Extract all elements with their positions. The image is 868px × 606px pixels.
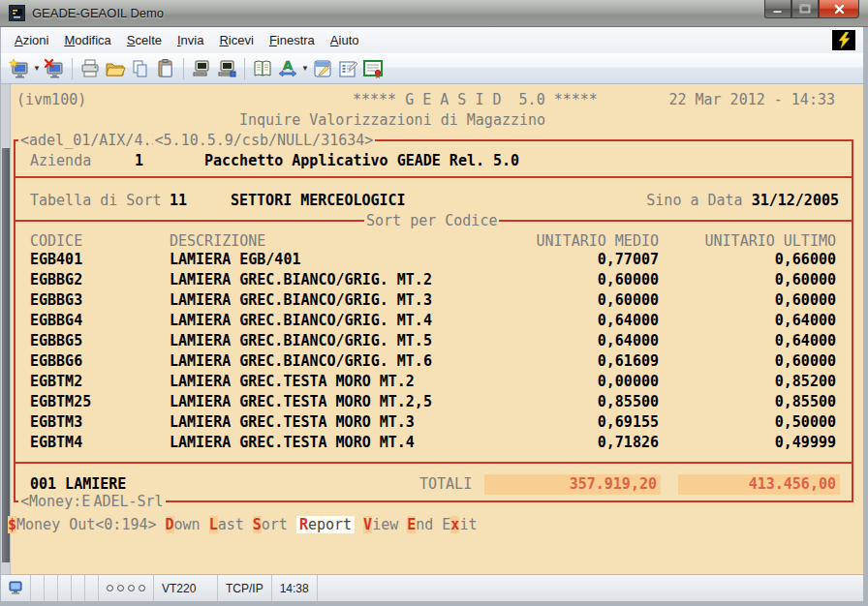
sort-value: 11	[170, 191, 187, 211]
title-bar[interactable]: GEADE-GEAOIL Demo	[0, 0, 868, 27]
app-icon	[9, 5, 25, 21]
frame-divider-line	[14, 176, 853, 178]
charset-dropdown[interactable]: ▼	[300, 56, 310, 81]
properties-button[interactable]	[335, 56, 360, 81]
status-empty-cell	[58, 575, 72, 601]
date-label: Sino a Data	[646, 192, 751, 209]
sort-name: SETTORI MERCEOLOGICI	[231, 191, 406, 211]
close-session-button[interactable]	[42, 56, 67, 81]
window-title: GEADE-GEAOIL Demo	[32, 6, 164, 20]
open-folder-icon	[105, 58, 126, 79]
status-bar: VT220 TCP/IP 14:38	[1, 574, 863, 601]
menu-scelte[interactable]: Scelte	[119, 29, 170, 51]
new-session-icon	[9, 58, 30, 79]
banner: ***** G E A S I D 5.0 *****	[353, 90, 598, 110]
minimize-button[interactable]	[764, 0, 791, 18]
charset-icon: A	[277, 58, 298, 79]
receive-screen-button[interactable]	[214, 56, 239, 81]
status-connection-cell	[1, 575, 31, 601]
paste-button[interactable]	[153, 56, 178, 81]
status-filler	[318, 575, 863, 601]
status-empty-cell	[85, 575, 99, 601]
maximize-button[interactable]	[791, 0, 819, 18]
package-name: Pacchetto Applicativo GEADE Rel. 5.0	[204, 151, 519, 171]
command-line: $Money Out<0:194>DownLastSortReportViewE…	[8, 515, 485, 535]
close-button[interactable]	[819, 0, 859, 18]
send-screen-button[interactable]	[189, 56, 214, 81]
maximize-icon	[799, 4, 811, 14]
status-leds-cell	[99, 575, 154, 601]
col-header-medio: UNITARIO MEDIO	[537, 231, 659, 252]
charset-button[interactable]: A	[275, 56, 300, 81]
menu-bar: Azioni Modifica Scelte Invia Ricevi Fine…	[1, 27, 863, 53]
sort-label: Tabella di Sort	[30, 191, 161, 211]
close-icon	[834, 4, 845, 15]
table-row: EGB401LAMIERA EGB/4010,770070,66000	[1, 250, 863, 270]
cmd-report-selected[interactable]: Report	[296, 516, 355, 533]
table-row: EGBBG2LAMIERA GREC.BIANCO/GRIG. MT.20,60…	[1, 270, 863, 290]
edit-note-button[interactable]	[310, 56, 335, 81]
cmd-money-out[interactable]: $Money Out<0:194>	[8, 516, 157, 533]
session-leds-icon	[107, 585, 145, 591]
toolbar: ▼	[1, 53, 863, 84]
status-empty-cell	[31, 575, 45, 601]
cmd-sort[interactable]: Sort	[253, 516, 288, 533]
table-row: EGBTM25LAMIERA GREC.TESTA MORO MT.2,50,8…	[1, 392, 863, 412]
col-header-descrizione: DESCRIZIONE	[170, 231, 265, 252]
status-empty-cell	[72, 575, 85, 601]
new-session-dropdown[interactable]: ▼	[32, 56, 42, 81]
status-time: 14:38	[272, 575, 318, 601]
program-id: (ivm100)	[16, 90, 86, 110]
new-session-button[interactable]	[7, 56, 32, 81]
copy-icon	[130, 58, 151, 79]
address-book-button[interactable]	[250, 56, 275, 81]
totals-divider-line	[14, 462, 853, 464]
col-header-ultimo: UNITARIO ULTIMO	[705, 231, 836, 252]
status-empty-cell	[45, 575, 58, 601]
table-row: EGBTM2LAMIERA GREC.TESTA MORO MT.20,0000…	[1, 372, 863, 392]
azienda-label: Azienda	[30, 151, 91, 171]
certificate-icon	[362, 58, 384, 79]
copy-button[interactable]	[128, 56, 153, 81]
cmd-view[interactable]: View	[363, 516, 398, 533]
menu-azioni[interactable]: Azioni	[7, 29, 56, 51]
status-terminal-type: VT220	[154, 575, 218, 601]
menu-modifica[interactable]: Modifica	[56, 29, 118, 51]
print-icon	[79, 58, 101, 79]
table-row: EGBBG6LAMIERA GREC.BIANCO/GRIG. MT.60,61…	[1, 351, 863, 372]
open-button[interactable]	[103, 56, 128, 81]
license-button[interactable]	[360, 56, 386, 81]
paste-icon	[155, 58, 176, 79]
azienda-value: 1	[135, 151, 143, 171]
table-row: EGBBG5LAMIERA GREC.BIANCO/GRIG. MT.50,64…	[1, 331, 863, 351]
cmd-exit[interactable]: Exit	[442, 516, 477, 533]
computer-icon	[9, 581, 22, 595]
cmd-end[interactable]: End	[407, 516, 433, 533]
version-tag: <5.10.5.9/csb/NULL/31634>	[153, 132, 376, 149]
company-tag: ADEL-Srl	[91, 493, 165, 510]
cmd-last[interactable]: Last	[209, 516, 244, 533]
menu-finestra[interactable]: Finestra	[262, 29, 323, 51]
status-protocol: TCP/IP	[218, 575, 272, 601]
toolbar-separator	[72, 58, 73, 79]
send-screen-icon	[191, 58, 212, 79]
terminal-screen[interactable]: (ivm100) ***** G E A S I D 5.0 ***** 22 …	[1, 84, 863, 575]
print-button[interactable]	[78, 56, 103, 81]
properties-icon	[337, 58, 358, 79]
menu-aiuto[interactable]: Aiuto	[323, 29, 367, 51]
svg-text:A: A	[283, 58, 293, 73]
book-icon	[252, 58, 273, 79]
menu-invia[interactable]: Invia	[170, 29, 211, 51]
connection-indicator	[832, 30, 855, 50]
edit-note-icon	[312, 58, 333, 79]
screen-subtitle: Inquire Valorizzazioni di Magazzino	[239, 110, 545, 131]
sort-by-label: Sort per Codice	[364, 212, 499, 229]
cmd-down[interactable]: Down	[166, 516, 201, 533]
minimize-icon	[772, 5, 784, 14]
toolbar-separator	[183, 58, 184, 79]
menu-ricevi[interactable]: Ricevi	[211, 29, 261, 51]
close-session-icon	[44, 58, 65, 79]
table-row: EGBBG4LAMIERA GREC.BIANCO/GRIG. MT.40,64…	[1, 311, 863, 331]
col-header-codice: CODICE	[30, 231, 82, 252]
toolbar-separator	[244, 58, 245, 79]
